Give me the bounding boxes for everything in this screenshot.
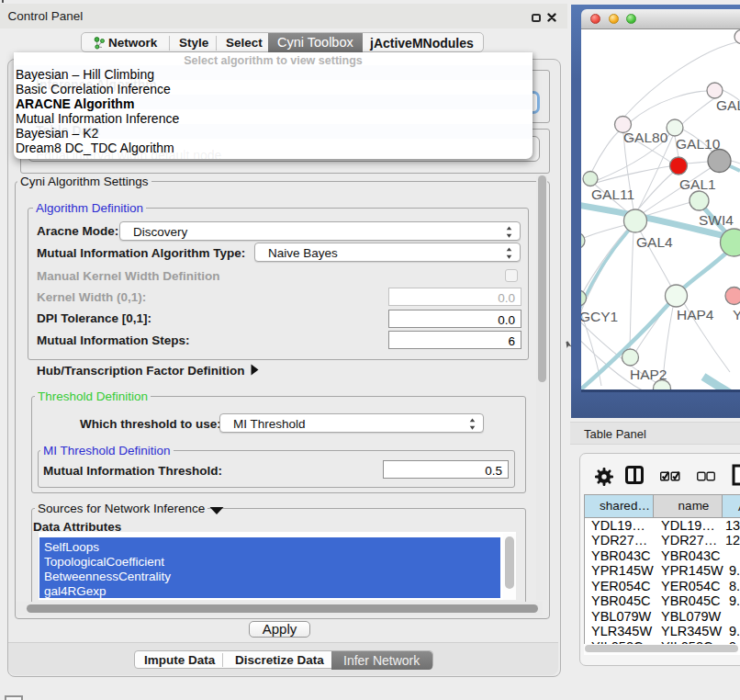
svg-text:GAL4: GAL4 xyxy=(636,234,673,250)
svg-text:GAL1: GAL1 xyxy=(679,176,716,192)
svg-text:Y: Y xyxy=(733,307,740,322)
svg-text:HAP2: HAP2 xyxy=(630,367,667,382)
svg-text:GCY1: GCY1 xyxy=(581,309,618,324)
svg-text:GAL7: GAL7 xyxy=(716,97,740,113)
svg-text:SWI4: SWI4 xyxy=(699,212,734,228)
svg-text:HAP4: HAP4 xyxy=(677,307,714,322)
svg-text:GAL11: GAL11 xyxy=(591,186,634,202)
svg-text:GAL80: GAL80 xyxy=(623,130,668,145)
svg-text:GAL10: GAL10 xyxy=(676,136,721,152)
